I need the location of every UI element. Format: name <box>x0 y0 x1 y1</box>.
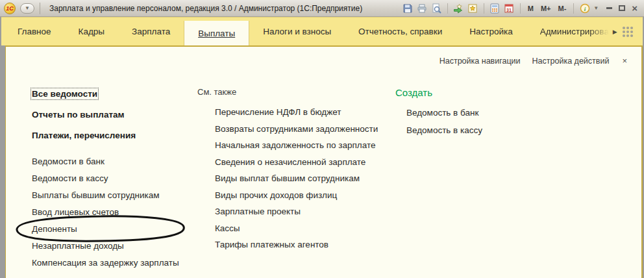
menu-item-vedomosti-v-kassu[interactable]: Ведомости в кассу <box>32 173 108 183</box>
tabbar-tools <box>621 18 644 45</box>
list-item: Начальная задолженность по зарплате <box>197 137 378 154</box>
memory-m-minus-button[interactable]: M- <box>556 5 568 12</box>
list-item: Сведения о незачисленной зарплате <box>197 154 378 171</box>
tab-kadry[interactable]: Кадры <box>65 18 118 45</box>
memory-m-plus-button[interactable]: M+ <box>539 5 553 12</box>
create-item-vedomost-v-bank[interactable]: Ведомость в банк <box>406 108 478 118</box>
divider <box>484 3 484 14</box>
calculator-button[interactable] <box>489 3 501 14</box>
divider <box>520 3 521 14</box>
nav-settings-link[interactable]: Настройка навигации <box>440 57 521 66</box>
actions-settings-link[interactable]: Настройка действий <box>532 57 610 66</box>
menu-item-perechislenie-ndfl[interactable]: Перечисление НДФЛ в бюджет <box>215 107 341 117</box>
menu-item-kompensatsiya-za-zaderzhku[interactable]: Компенсация за задержку зарплаты <box>32 258 179 268</box>
menu-item-tarify-platezhnykh-agentov[interactable]: Тарифы платежных агентов <box>215 240 328 249</box>
tab-label: Настройка <box>469 27 512 36</box>
favorites-add-icon <box>467 3 478 14</box>
menu-item-vidy-vyplat-byvshim[interactable]: Виды выплат бывшим сотрудникам <box>215 173 360 183</box>
menu-item-svedeniya-o-nezachislennoy[interactable]: Сведения о незачисленной зарплате <box>215 157 365 167</box>
tab-label: Налоги и взносы <box>263 27 331 36</box>
menu-item-vedomosti-v-bank[interactable]: Ведомости в банк <box>32 157 105 166</box>
list-item: Тарифы платежных агентов <box>197 236 378 253</box>
tab-zarplata[interactable]: Зарплата <box>118 18 184 45</box>
tab-glavnoe[interactable]: Главное <box>4 18 65 45</box>
calendar-icon: 31 <box>504 3 514 14</box>
info-dropdown-icon[interactable]: ▼ <box>593 5 599 11</box>
list-item: Платежи, перечисления <box>32 125 179 145</box>
tab-nalogi-i-vznosy[interactable]: Налоги и взносы <box>249 18 345 45</box>
tab-label: Выплаты <box>198 29 235 38</box>
list-item: Кассы <box>197 220 378 237</box>
main-commands-column: Все ведомости Отчеты по выплатам Платежи… <box>32 83 179 271</box>
divider <box>447 3 448 14</box>
menu-item-otchety-po-vyplatam[interactable]: Отчеты по выплатам <box>32 110 125 120</box>
see-also-column: См. также Перечисление НДФЛ в бюджет Воз… <box>197 83 378 253</box>
menu-grid-icon <box>621 25 634 38</box>
title-bar: 1С ▼ Зарплата и управление персоналом, р… <box>0 0 644 17</box>
list-item: Виды выплат бывшим сотрудникам <box>197 170 378 187</box>
print-icon <box>417 3 427 14</box>
calendar-button[interactable]: 31 <box>504 3 515 14</box>
menu-item-vozvraty-sotrudnikami[interactable]: Возвраты сотрудниками задолженности <box>215 124 378 134</box>
tab-label: Зарплата <box>132 27 170 36</box>
menu-item-nezarplatnye-dokhody[interactable]: Незарплатные доходы <box>32 241 124 251</box>
list-item: Перечисление НДФЛ в бюджет <box>197 104 378 121</box>
save-button[interactable] <box>402 3 414 14</box>
menu-item-nachalnaya-zadolzhennost[interactable]: Начальная задолженность по зарплате <box>215 140 376 150</box>
group-gap <box>32 145 179 153</box>
favorites-navigate-icon <box>453 3 464 14</box>
chevron-right-icon: ▶ <box>613 29 617 35</box>
print-preview-icon <box>431 3 441 14</box>
minimize-button[interactable] <box>606 7 612 9</box>
tabs-overflow-arrow[interactable]: ▶ <box>613 18 621 45</box>
tab-otchetnost-spravki[interactable]: Отчетность, справки <box>345 18 456 45</box>
favorites-navigate-button[interactable] <box>453 3 464 14</box>
tab-label: Главное <box>18 27 51 36</box>
tab-nastroyka[interactable]: Настройка <box>456 18 526 45</box>
list-item: Ведомость в кассу <box>395 121 482 139</box>
create-header: Создать <box>395 83 482 101</box>
tab-vyplaty[interactable]: Выплаты <box>184 21 249 45</box>
close-window-button[interactable]: × <box>632 5 638 12</box>
calculator-icon <box>489 3 500 14</box>
menu-item-deponenty[interactable]: Депоненты <box>32 224 77 234</box>
maximize-button[interactable] <box>619 5 625 11</box>
list-item: Ведомости в банк <box>32 153 179 170</box>
list-item: Ведомости в кассу <box>32 170 179 186</box>
divider <box>573 3 574 14</box>
tab-label: Администрирован <box>540 27 610 36</box>
info-icon: i <box>580 3 590 14</box>
tab-administrirovanie[interactable]: Администрирован <box>526 18 613 45</box>
window-controls: × <box>606 5 640 12</box>
vyplaty-menu-panel: Настройка навигации Настройка действий ×… <box>5 45 643 278</box>
menu-item-platezhi-perechisleniya[interactable]: Платежи, перечисления <box>32 131 136 140</box>
list-item: Депоненты <box>32 220 179 237</box>
list-item: Возвраты сотрудниками задолженности <box>197 121 378 138</box>
menu-item-vse-vedomosti[interactable]: Все ведомости <box>32 89 97 99</box>
memory-m-button[interactable]: M <box>526 5 536 12</box>
panel-close-button[interactable]: × <box>621 56 628 66</box>
section-tabs: Главное Кадры Зарплата Выплаты Налоги и … <box>1 18 621 45</box>
menu-item-vvod-litsevykh-schetov[interactable]: Ввод лицевых счетов <box>32 207 119 217</box>
list-item: Все ведомости <box>32 83 179 104</box>
list-item: Незарплатные доходы <box>32 237 179 254</box>
window-title: Зарплата и управление персоналом, редакц… <box>49 4 400 13</box>
menu-item-zarplatnye-proekty[interactable]: Зарплатные проекты <box>215 207 301 216</box>
chevron-down-icon: ▼ <box>25 5 30 11</box>
all-functions-menu-button[interactable] <box>621 25 634 38</box>
create-item-vedomost-v-kassu[interactable]: Ведомость в кассу <box>406 125 482 135</box>
system-menu-dropdown-button[interactable]: ▼ <box>20 3 34 14</box>
app-logo-1c-icon[interactable]: 1С <box>4 3 16 14</box>
print-preview-button[interactable] <box>431 3 442 14</box>
print-button[interactable] <box>417 3 428 14</box>
section-tab-bar: Главное Кадры Зарплата Выплаты Налоги и … <box>1 17 643 45</box>
menu-item-vidy-prochikh-dokhodov[interactable]: Виды прочих доходов физлиц <box>215 190 337 200</box>
menu-item-vyplaty-byvshim-sotrudnikam[interactable]: Выплаты бывшим сотрудникам <box>32 190 160 200</box>
favorites-add-button[interactable] <box>467 3 478 14</box>
list-item: Отчеты по выплатам <box>32 104 179 125</box>
info-button[interactable]: i <box>579 3 590 14</box>
menu-item-kassy[interactable]: Кассы <box>215 223 240 233</box>
list-item: Ведомость в банк <box>395 104 482 121</box>
create-column: Создать Ведомость в банк Ведомость в кас… <box>395 83 482 139</box>
list-item: Ввод лицевых счетов <box>32 203 179 220</box>
